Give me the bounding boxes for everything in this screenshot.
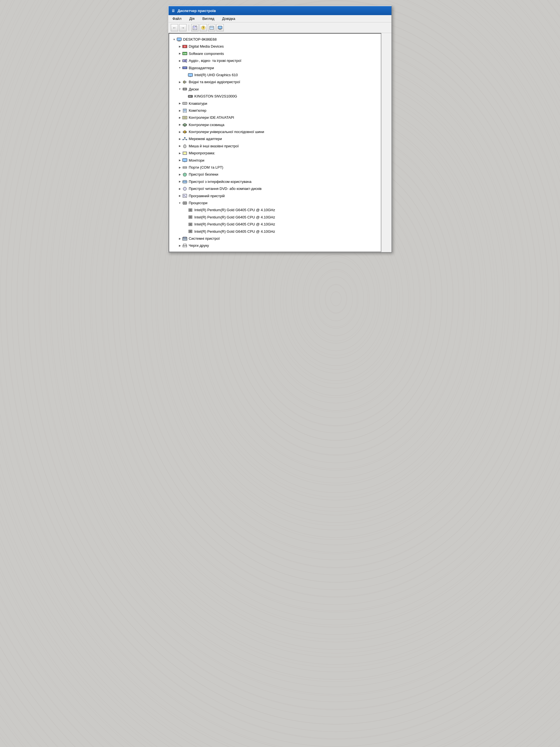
dvd-expander[interactable] [178, 186, 182, 191]
security-icon [182, 172, 188, 177]
computer-expander[interactable] [178, 108, 182, 113]
tree-item-cpu-2[interactable]: Intel(R) Pentium(R) Gold G6405 CPU @ 4.1… [171, 221, 379, 228]
tree-item-audio-io[interactable]: Вхідні та вихідні аудіопристрої [171, 78, 379, 85]
monitors-icon [182, 158, 188, 162]
svg-rect-43 [184, 109, 186, 111]
svg-rect-69 [183, 181, 185, 182]
tree-item-audio[interactable]: Аудіо-, відео- та ігрові пристрої [171, 57, 379, 64]
storage-expander[interactable] [178, 122, 182, 127]
svg-rect-39 [185, 103, 185, 103]
tree-item-prog[interactable]: Програмний пристрій [171, 192, 379, 200]
cpu-core-icon-0 [188, 208, 193, 212]
storage-icon [182, 122, 188, 127]
usb-label: Контролери універсальної послідовної шин… [189, 129, 264, 135]
prog-expander[interactable] [178, 194, 182, 198]
tree-item-system[interactable]: Системні пристрої [171, 235, 379, 242]
tree-item-computer[interactable]: Комп'ютер [171, 107, 379, 114]
cpu-3-label: Intel(R) Pentium(R) Gold G6405 CPU @ 4.1… [194, 228, 275, 235]
ports-expander[interactable] [178, 165, 182, 170]
monitors-expander[interactable] [178, 158, 182, 162]
properties-button[interactable] [191, 24, 198, 31]
tree-item-ports[interactable]: Порти (COM та LPT) [171, 164, 379, 171]
svg-rect-16 [177, 38, 181, 40]
tree-item-monitors[interactable]: Монітори [171, 157, 379, 164]
audio-expander[interactable] [178, 58, 182, 63]
ide-label: Контролери IDE ATA/ATAPI [189, 114, 234, 121]
hid-expander[interactable] [178, 180, 182, 184]
tree-item-security[interactable]: Пристрої безпеки [171, 171, 379, 178]
ide-expander[interactable] [178, 115, 182, 120]
svg-rect-10 [219, 29, 221, 29]
prog-icon [182, 194, 188, 198]
computer-label: Комп'ютер [189, 107, 206, 114]
kingston-expander [183, 94, 188, 99]
system-icon [182, 236, 188, 241]
monitor-button[interactable] [216, 24, 224, 31]
menu-bar: Файл Дія Вигляд Довідка [168, 15, 392, 22]
toolbar-icon-3[interactable] [208, 24, 215, 31]
svg-rect-44 [184, 111, 186, 111]
tree-item-network[interactable]: Мережеві адаптери [171, 135, 379, 142]
network-expander[interactable] [178, 137, 182, 141]
tree-item-cpu[interactable]: Процесори [171, 200, 379, 206]
root-expander[interactable] [172, 37, 177, 42]
tree-item-keyboards[interactable]: Клавіатури [171, 100, 379, 107]
forward-button[interactable]: → [179, 24, 186, 31]
tree-item-mouse[interactable]: Миша й інші вказівні пристрої [171, 143, 379, 150]
cpu-3-expander [183, 229, 188, 234]
tree-item-digital-media[interactable]: Digital Media Devices [171, 43, 379, 50]
monitors-label: Монітори [189, 157, 205, 163]
firmware-expander[interactable] [178, 151, 182, 155]
firmware-label: Мікропрограма: [189, 150, 215, 156]
title-bar: 🖥 Диспетчер пристроїв [168, 6, 392, 15]
tree-item-cpu-1[interactable]: Intel(R) Pentium(R) Gold G6405 CPU @ 4.1… [171, 214, 379, 221]
tree-item-cpu-0[interactable]: Intel(R) Pentium(R) Gold G6405 CPU @ 4.1… [171, 206, 379, 213]
print-expander[interactable] [178, 243, 182, 248]
ports-label: Порти (COM та LPT) [189, 164, 223, 171]
software-icon: SW [182, 51, 188, 56]
menu-view[interactable]: Вигляд [201, 16, 216, 21]
usb-expander[interactable] [178, 130, 182, 134]
disks-expander[interactable] [178, 87, 182, 91]
audio-io-expander[interactable] [178, 80, 182, 84]
tree-item-dvd[interactable]: Пристрої читання DVD- або компакт-дисків [171, 185, 379, 192]
cpu-expander[interactable] [178, 201, 182, 205]
print-icon [182, 243, 188, 248]
tree-item-storage[interactable]: Контролери сховища [171, 121, 379, 128]
tree-item-usb[interactable]: USB Контролери універсальної послідовної… [171, 128, 379, 135]
back-button[interactable]: ← [171, 24, 178, 31]
tree-item-ide[interactable]: Контролери IDE ATA/ATAPI [171, 114, 379, 121]
video-expander[interactable] [178, 66, 182, 70]
menu-action[interactable]: Дія [188, 16, 196, 21]
tree-item-cpu-3[interactable]: Intel(R) Pentium(R) Gold G6405 CPU @ 4.1… [171, 228, 379, 235]
tree-item-video[interactable]: Відеоадаптери [171, 65, 379, 71]
audio-icon [182, 58, 188, 63]
security-expander[interactable] [178, 172, 182, 177]
tree-item-software[interactable]: SW Software components [171, 50, 379, 57]
tree-root[interactable]: DESKTOP-9K86E68 [171, 36, 379, 43]
system-expander[interactable] [178, 236, 182, 241]
toolbar-sep-1 [189, 25, 189, 31]
tree-item-disks[interactable]: Диски [171, 86, 379, 93]
digital-media-expander[interactable] [178, 44, 182, 49]
software-expander[interactable] [178, 51, 182, 56]
intel-gpu-expander [183, 73, 188, 77]
tree-item-firmware[interactable]: Мікропрограма: [171, 150, 379, 157]
window-icon: 🖥 [171, 8, 175, 13]
tree-item-kingston[interactable]: KINGSTON SNV2S1000G [171, 93, 379, 100]
svg-text:SW: SW [183, 52, 187, 55]
device-tree-panel[interactable]: DESKTOP-9K86E68 Digital Media Devices [168, 33, 381, 252]
digital-media-icon [182, 44, 188, 49]
menu-file[interactable]: Файл [171, 16, 183, 21]
menu-help[interactable]: Довідка [220, 16, 237, 21]
keyboards-expander[interactable] [178, 101, 182, 106]
svg-rect-66 [185, 167, 185, 168]
mouse-expander[interactable] [178, 144, 182, 149]
tree-item-hid[interactable]: Пристрої з інтерфейсом користувача [171, 178, 379, 185]
svg-rect-99 [184, 246, 186, 247]
help-button[interactable]: ? [199, 24, 207, 31]
firmware-icon [182, 151, 188, 155]
tree-item-intel-gpu[interactable]: Intel(R) UHD Graphics 610 [171, 71, 379, 78]
cpu-icon [182, 201, 188, 205]
tree-item-print[interactable]: Черги друку [171, 242, 379, 249]
